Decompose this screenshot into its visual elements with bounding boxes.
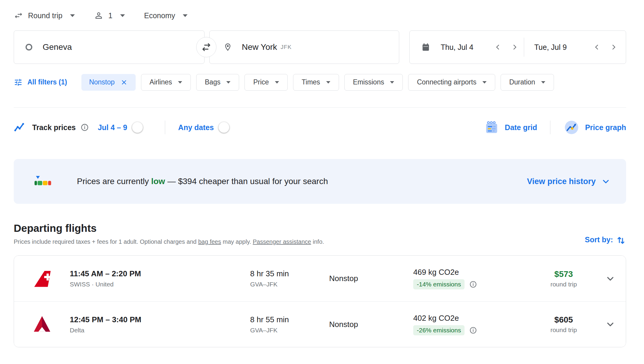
flight-row-delta[interactable]: 12:45 PM – 3:40 PM Delta 8 hr 55 min GVA… [14,301,626,347]
chip-bags[interactable]: Bags [196,74,239,91]
destination-airport-code: JFK [281,44,292,50]
location-pin-icon [223,43,232,52]
flight-airlines: Delta [70,327,250,334]
search-fields: Geneva New York JFK [14,30,626,64]
flight-times-cell: 12:45 PM – 3:40 PM Delta [70,315,250,334]
chevron-down-icon [390,81,394,84]
view-price-history-label: View price history [527,177,596,186]
chip-label: Price [253,78,269,86]
return-date[interactable]: Tue, Jul 9 [524,31,617,64]
flight-price-note: round trip [550,281,577,288]
bag-fees-link[interactable]: bag fees [198,238,221,245]
chevron-down-icon [178,81,182,84]
price-level-gauge-icon [34,175,54,188]
close-icon[interactable] [120,78,128,86]
emissions-badge: -14% emissions [413,279,465,289]
all-filters-label: All filters (1) [27,78,67,86]
info-icon[interactable] [469,326,477,334]
info-icon[interactable] [469,280,477,288]
price-graph-icon [564,119,580,135]
trending-icon [14,122,26,132]
departure-date-next-button[interactable] [511,43,518,51]
chevron-down-icon [275,81,279,84]
info-icon[interactable] [80,123,89,132]
swap-locations-button[interactable] [196,37,216,57]
track-prices-label: Track prices [32,123,76,132]
track-prices-toggle[interactable] [133,123,152,132]
flight-times: 12:45 PM – 3:40 PM [70,315,250,324]
calendar-icon [421,42,431,52]
return-date-value: Tue, Jul 9 [534,43,567,52]
chevron-left-icon [593,43,601,51]
price-insight-text: Prices are currently low — $394 cheaper … [77,177,328,186]
sort-icon [616,235,626,245]
chip-duration[interactable]: Duration [501,74,554,91]
flight-row-swiss[interactable]: 11:45 AM – 2:20 PM SWISS · United 8 hr 3… [14,256,626,301]
delta-logo [14,314,70,334]
swap-locations-icon [201,42,212,53]
flight-price: $573 [554,269,573,279]
results-header: Departing flights Prices include require… [14,222,626,245]
chip-emissions[interactable]: Emissions [344,74,403,91]
flight-duration-cell: 8 hr 35 min GVA–JFK [250,269,329,288]
trip-type-label: Round trip [28,11,62,20]
view-price-history-button[interactable]: View price history [527,177,611,186]
chip-label: Bags [205,78,220,86]
chevron-down-icon [601,177,611,186]
flight-price-note: round trip [550,326,577,334]
origin-value: Geneva [43,42,72,52]
flight-times: 11:45 AM – 2:20 PM [70,269,250,278]
flight-co2: 469 kg CO2e [413,268,532,277]
flight-price: $605 [554,315,573,325]
chevron-down-icon [226,81,230,84]
flight-route: GVA–JFK [250,281,329,288]
all-filters-button[interactable]: All filters (1) [14,78,67,87]
flight-duration-cell: 8 hr 55 min GVA–JFK [250,315,329,334]
flight-stops: Nonstop [329,320,413,329]
emissions-badge: -26% emissions [413,325,465,335]
chip-nonstop-label: Nonstop [89,78,115,86]
chevron-right-icon [511,43,518,51]
sort-by-button[interactable]: Sort by: [585,235,626,245]
passenger-selector[interactable]: 1 [94,11,125,20]
chevron-down-icon [482,81,487,84]
date-grid-button[interactable]: Date grid [484,120,537,135]
chip-connecting-airports[interactable]: Connecting airports [408,74,495,91]
price-graph-label: Price graph [585,123,626,132]
chevron-down-icon [70,14,75,17]
filter-sliders-icon [14,78,23,87]
chip-label: Airlines [150,78,172,86]
chevron-down-icon [541,81,545,84]
return-date-next-button[interactable] [610,43,617,51]
departure-date[interactable]: Thu, Jul 4 [441,31,524,64]
passenger-assistance-link[interactable]: Passenger assistance [253,238,311,245]
track-date-range-label: Jul 4 – 9 [98,123,127,132]
flight-emissions-cell: 402 kg CO2e -26% emissions [413,314,532,335]
departure-date-prev-button[interactable] [494,43,502,51]
chip-price[interactable]: Price [244,74,287,91]
passenger-icon [94,11,103,20]
origin-field[interactable]: Geneva [14,30,205,64]
price-graph-button[interactable]: Price graph [564,119,626,135]
page-title: Departing flights [14,222,324,234]
divider [165,121,165,134]
any-dates-toggle[interactable] [220,123,238,132]
trip-type-selector[interactable]: Round trip [14,11,75,20]
chip-nonstop-active[interactable]: Nonstop [81,74,136,91]
expand-chevron-icon[interactable] [605,319,616,330]
chip-times[interactable]: Times [293,74,339,91]
date-field: Thu, Jul 4 Tue, Jul 9 [409,30,626,64]
expand-chevron-icon[interactable] [605,273,616,284]
chip-label: Emissions [353,78,384,86]
flight-price-cell: $573 round trip [532,269,595,288]
sort-by-label: Sort by: [585,235,613,244]
chip-airlines[interactable]: Airlines [141,74,191,91]
date-grid-icon [484,120,499,135]
cabin-class-selector[interactable]: Economy [144,11,188,20]
destination-field[interactable]: New York JFK [209,30,399,64]
swap-horiz-icon [14,11,23,20]
chevron-left-icon [494,43,502,51]
swiss-logo [14,269,70,289]
return-date-prev-button[interactable] [593,43,601,51]
cabin-class-label: Economy [144,11,175,20]
